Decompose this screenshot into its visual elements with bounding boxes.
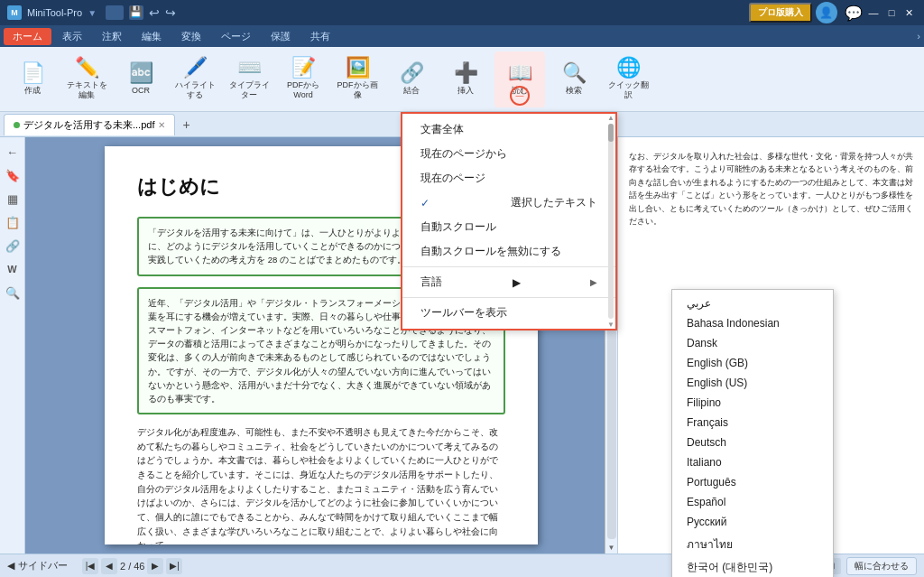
lang-italian[interactable]: Italiano (672, 452, 833, 472)
lang-english-us[interactable]: English (US) (672, 373, 833, 393)
tool-search-button[interactable]: 🔍 検索 (549, 51, 599, 107)
sidebar-pages-icon[interactable]: ▦ (2, 188, 23, 209)
lang-russian[interactable]: Русский (672, 512, 833, 532)
user-avatar[interactable]: 👤 (816, 2, 837, 23)
menu-bar: ホーム 表示 注釈 編集 変換 ページ 保護 共有 › (0, 25, 924, 47)
page-prev-button[interactable]: ◀ (101, 558, 117, 574)
toolbar-icon1[interactable] (106, 5, 124, 20)
toolbar-group-main: 📄 作成 ✏️ テキストを編集 🔤 OCR 🖊️ ハイライトする ⌨️ タイプラ… (4, 51, 657, 107)
fit-width-button[interactable]: 幅に合わせる (846, 557, 917, 575)
dropdown-item-current-page[interactable]: 現在のページ (402, 166, 615, 191)
pdf-word-icon: 📝 (291, 58, 316, 78)
tool-read-button[interactable]: 📖 読む — (494, 51, 545, 107)
tool-combine-button[interactable]: 🔗 結合 (386, 51, 437, 107)
lang-english-gb[interactable]: English (GB) (672, 353, 833, 373)
menu-item-protect[interactable]: 保護 (262, 28, 300, 45)
menu-item-home[interactable]: ホーム (4, 28, 51, 45)
pdf-image-label: PDFから画像 (334, 80, 381, 100)
sidebar-back-icon[interactable]: ← (2, 141, 23, 163)
lang-indonesian[interactable]: Bahasa Indonesian (672, 313, 833, 333)
sidebar-toggle-icon[interactable]: ◀ (7, 560, 14, 572)
lang-portuguese[interactable]: Português (672, 472, 833, 492)
app-brand: MiniTool-Pro (27, 7, 82, 18)
menu-item-share[interactable]: 共有 (301, 28, 339, 45)
quick-translate-icon: 🌐 (616, 58, 641, 78)
highlight-icon: 🖊️ (183, 58, 208, 78)
menu-item-annotate[interactable]: 注釈 (93, 28, 131, 45)
lang-korean[interactable]: 한국어 (대한민국) (672, 556, 833, 577)
lang-french[interactable]: Français (672, 413, 833, 433)
pro-purchase-button[interactable]: プロ版購入 (749, 3, 812, 23)
dropdown-item-auto-scroll[interactable]: 自動スクロール (402, 215, 615, 239)
tool-pdf-image-button[interactable]: 🖼️ PDFから画像 (332, 51, 383, 107)
left-sidebar: ← 🔖 ▦ 📋 🔗 W 🔍 (0, 137, 25, 554)
create-icon: 📄 (21, 63, 45, 83)
tool-ocr-button[interactable]: 🔤 OCR (116, 51, 166, 107)
sidebar-layers-icon[interactable]: 📋 (2, 211, 23, 233)
tab-close-button[interactable]: ✕ (158, 120, 165, 130)
combine-label: 結合 (403, 86, 420, 96)
pdf-tab[interactable]: デジタルを活用する未来...pdf ✕ (4, 114, 175, 135)
title-separator: ▼ (88, 8, 97, 18)
menu-item-page[interactable]: ページ (212, 28, 260, 45)
sidebar-bookmark-icon[interactable]: 🔖 (2, 164, 23, 186)
lang-arabic[interactable]: عربي (672, 293, 833, 313)
menu-item-view[interactable]: 表示 (53, 28, 91, 45)
lang-spanish[interactable]: Español (672, 492, 833, 512)
undo-icon[interactable]: ↩ (149, 5, 160, 20)
close-button[interactable]: ✕ (902, 5, 917, 20)
redo-icon[interactable]: ↪ (165, 5, 176, 20)
search-icon: 🔍 (562, 63, 587, 83)
read-icon: 📖 (508, 63, 532, 83)
title-bar-right: プロ版購入 👤 💬 — □ ✕ (749, 2, 917, 23)
language-submenu[interactable]: عربي Bahasa Indonesian Dansk English (GB… (671, 289, 834, 577)
dropdown-scroll-up[interactable]: ▲ (607, 114, 614, 122)
tool-edit-text-button[interactable]: ✏️ テキストを編集 (61, 51, 112, 107)
dropdown-item-from-current-page[interactable]: 現在のページから (402, 142, 615, 166)
ocr-label: OCR (132, 86, 150, 96)
tool-typewriter-button[interactable]: ⌨️ タイプライター (224, 51, 274, 107)
dropdown-scroll-down[interactable]: ▼ (607, 321, 614, 329)
lang-thai[interactable]: ภาษาไทย (672, 532, 833, 556)
scroll-down-button[interactable]: ▼ (605, 541, 618, 554)
sidebar-text-icon[interactable]: W (2, 258, 23, 280)
maximize-button[interactable]: □ (884, 5, 899, 20)
lang-german[interactable]: Deutsch (672, 433, 833, 452)
highlight-label: ハイライトする (171, 80, 218, 100)
minimize-button[interactable]: — (866, 5, 881, 20)
menu-item-convert[interactable]: 変換 (172, 28, 210, 45)
sidebar-link-icon[interactable]: 🔗 (2, 235, 23, 256)
lang-filipino[interactable]: Filipino (672, 393, 833, 413)
tool-create-button[interactable]: 📄 作成 (7, 51, 58, 107)
tool-pdf-word-button[interactable]: 📝 PDFからWord (278, 51, 328, 107)
read-dropdown-menu[interactable]: 文書全体 現在のページから 現在のページ 選択したテキスト 自動スクロール 自動… (401, 112, 617, 330)
lang-danish[interactable]: Dansk (672, 333, 833, 353)
chat-icon[interactable]: 💬 (845, 5, 863, 22)
tool-insert-button[interactable]: ➕ 挿入 (440, 51, 491, 107)
title-bar-left: M MiniTool-Pro ▼ 💾 ↩ ↪ (7, 5, 176, 20)
search-label: 検索 (566, 86, 582, 96)
status-left: ◀ サイドバー (7, 559, 68, 572)
dropdown-item-language[interactable]: 言語 ▶ (402, 270, 615, 294)
create-label: 作成 (24, 86, 41, 96)
tool-quick-translate-button[interactable]: 🌐 クイック翻訳 (603, 51, 653, 107)
page-next-button[interactable]: ▶ (147, 558, 163, 574)
typewriter-label: タイプライター (226, 80, 273, 100)
sidebar-search-icon[interactable]: 🔍 (2, 282, 23, 303)
page-current: 2 (120, 561, 125, 572)
app-logo: M (7, 5, 22, 20)
dropdown-item-show-toolbar[interactable]: ツールバーを表示 (402, 301, 615, 325)
insert-icon: ➕ (454, 63, 478, 83)
dropdown-item-all-document[interactable]: 文書全体 (402, 117, 615, 142)
toolbar-icon2[interactable]: 💾 (129, 5, 143, 20)
dropdown-divider-2 (402, 297, 615, 298)
page-first-button[interactable]: |◀ (82, 558, 98, 574)
menu-item-edit[interactable]: 編集 (133, 28, 171, 45)
page-last-button[interactable]: ▶| (166, 558, 182, 574)
dropdown-item-selected-text[interactable]: 選択したテキスト (402, 191, 615, 215)
page-nav-group: |◀ ◀ 2 / 46 ▶ ▶| (82, 558, 182, 574)
expand-icon[interactable]: › (917, 31, 920, 42)
dropdown-item-disable-auto-scroll[interactable]: 自動スクロールを無効にする (402, 239, 615, 264)
tab-add-button[interactable]: + (177, 116, 195, 134)
tool-highlight-button[interactable]: 🖊️ ハイライトする (170, 51, 220, 107)
